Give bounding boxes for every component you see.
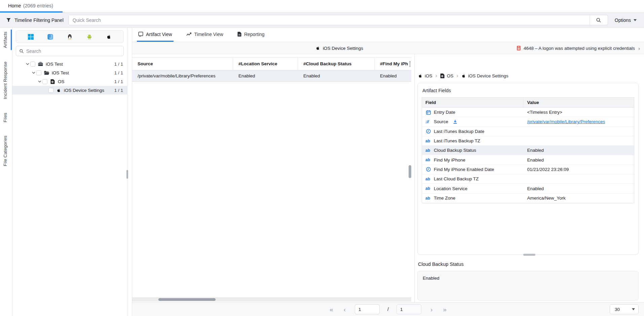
field-row-last-cloud-backup-tz[interactable]: ab Last Cloud Backup TZ (422, 174, 634, 184)
horizontal-scrollbar[interactable] (132, 297, 411, 302)
artifact-view-icon (138, 32, 143, 37)
field-name: Time Zone (434, 196, 455, 201)
column-menu-icon[interactable] (410, 61, 410, 67)
tree-checkbox[interactable] (30, 62, 35, 67)
field-row-entry-date[interactable]: Entry Date <Timeless Entry> (422, 108, 634, 117)
breadcrumb-separator: › (435, 73, 437, 78)
apple-icon (316, 45, 320, 50)
horizontal-scrollbar-thumb[interactable] (158, 298, 216, 301)
tree-row-evidence[interactable]: iOS Test 1 / 1 (12, 68, 127, 77)
page-size-select[interactable]: 30 (610, 304, 639, 314)
tree-item-label: OS (58, 79, 112, 84)
breadcrumb-item-os[interactable]: OS (440, 73, 454, 78)
options-button-label: Options (615, 17, 631, 23)
sidebar-tab-incident-response[interactable]: Incident Response (0, 60, 12, 101)
chevron-down-icon[interactable] (31, 72, 36, 74)
tree-search-input[interactable] (26, 48, 120, 54)
artifact-tree: iOS Test 1 / 1 iOS Test 1 / 1 OS 1 / 1 (12, 60, 127, 95)
sidebar-tab-artifacts[interactable]: Artifacts (0, 30, 12, 50)
column-header-find-my-iphone[interactable]: #Find My iPh (375, 58, 411, 70)
tab-home[interactable]: Home (2069 entries) (0, 0, 63, 12)
column-header-cloud-backup-status[interactable]: #Cloud Backup Status (298, 58, 375, 70)
home-tab-count: (2069 entries) (23, 3, 53, 8)
event-notification[interactable]: 4648 – A logon was attempted using expli… (517, 45, 640, 51)
field-row-source[interactable]: :// Source /private/var/mobile/Library/P… (422, 117, 634, 127)
field-name: Source (434, 119, 448, 124)
case-icon (38, 62, 43, 66)
tab-artifact-view[interactable]: Artifact View (137, 28, 174, 42)
last-page-button[interactable]: » (442, 306, 448, 313)
panel-splitter-handle[interactable] (523, 254, 535, 256)
app-window: Home (2069 entries) Timeline Filtering P… (0, 0, 644, 316)
field-preview-title: Cloud Backup Status (418, 261, 639, 267)
breadcrumb-item-ios[interactable]: iOS (418, 73, 432, 78)
macos-icon[interactable] (44, 34, 56, 40)
cell-location-service: Enabled (233, 70, 298, 81)
android-icon[interactable] (84, 34, 95, 40)
column-header-field[interactable]: Field (422, 98, 524, 107)
pagination-bar: « ‹ / 1 › » 30 (132, 302, 644, 316)
panel-resize-handle[interactable] (126, 170, 128, 179)
tree-row-ios-device-settings[interactable]: iOS Device Settings 1 / 1 (12, 86, 127, 95)
tab-timeline-view[interactable]: Timeline View (185, 28, 225, 42)
top-tab-bar: Home (2069 entries) (0, 0, 644, 13)
text-field-icon: ab (425, 177, 431, 181)
quick-search-input[interactable] (69, 15, 590, 25)
artifact-tree-panel: iOS Test 1 / 1 iOS Test 1 / 1 OS 1 / 1 (12, 28, 127, 316)
tab-reporting[interactable]: Reporting (236, 28, 266, 42)
column-header-value[interactable]: Value (524, 98, 634, 107)
tree-item-label: iOS Test (46, 62, 112, 67)
chevron-down-icon[interactable] (25, 63, 30, 65)
first-page-button[interactable]: « (328, 306, 335, 313)
windows-icon[interactable] (25, 34, 36, 40)
fields-table-header: Field Value (422, 98, 634, 108)
field-row-cloud-backup-status[interactable]: ab Cloud Backup Status Enabled (422, 146, 634, 155)
selected-artifact-title: iOS Device Settings (316, 45, 363, 50)
apple-icon[interactable] (103, 34, 115, 40)
chevron-right-icon: › (638, 45, 640, 51)
tree-row-os[interactable]: OS 1 / 1 (12, 77, 127, 86)
page-separator: / (387, 307, 389, 312)
field-row-find-my-iphone[interactable]: ab Find My iPhone Enabled (422, 155, 634, 165)
view-tab-label: Artifact View (146, 32, 172, 37)
clock-icon (425, 129, 431, 134)
source-path-link[interactable]: /private/var/mobile/Library/Preferences (527, 119, 605, 124)
tree-row-case[interactable]: iOS Test 1 / 1 (12, 60, 127, 68)
field-row-last-itunes-backup-date[interactable]: Last iTunes Backup Date (422, 127, 634, 136)
source-protocol-icon: :// (425, 119, 431, 124)
column-header-location-service[interactable]: #Location Service (233, 58, 298, 70)
tree-checkbox[interactable] (36, 70, 41, 75)
os-file-icon (50, 79, 55, 84)
current-page-input[interactable] (355, 304, 380, 314)
tree-item-label: iOS Device Settings (64, 88, 112, 93)
field-row-find-my-iphone-enabled-date[interactable]: Find My iPhone Enabled Date 01/21/2022 2… (422, 165, 634, 174)
text-field-icon: ab (425, 148, 431, 153)
breadcrumb-item-ios-device-settings[interactable]: iOS Device Settings (461, 73, 508, 78)
pager: « ‹ / 1 › » (328, 304, 448, 314)
timeline-filtering-panel-button[interactable]: Timeline Filtering Panel (6, 17, 64, 23)
tree-checkbox[interactable] (48, 88, 53, 93)
table-row[interactable]: /private/var/mobile/Library/Preferences … (132, 70, 411, 81)
tree-search (16, 46, 124, 56)
next-page-button[interactable]: › (429, 306, 434, 313)
text-field-icon: ab (425, 157, 431, 162)
sidebar-tab-file-categories[interactable]: File Categories (0, 134, 12, 168)
column-header-source[interactable]: Source (132, 58, 233, 70)
field-row-last-itunes-backup-tz[interactable]: ab Last iTunes Backup TZ (422, 136, 634, 146)
tree-checkbox[interactable] (42, 79, 47, 84)
previous-page-button[interactable]: ‹ (342, 306, 347, 313)
tree-item-count: 1 / 1 (114, 70, 123, 75)
vertical-scrollbar-thumb[interactable] (409, 165, 411, 178)
field-value: Enabled (524, 148, 634, 153)
quick-search-button[interactable] (590, 15, 608, 25)
field-row-time-zone[interactable]: ab Time Zone America/New_York (422, 194, 634, 203)
download-icon[interactable] (453, 119, 457, 124)
field-row-location-service[interactable]: ab Location Service Enabled (422, 184, 634, 193)
linux-icon[interactable] (64, 34, 75, 40)
tree-item-label: iOS Test (52, 70, 112, 75)
tree-item-count: 1 / 1 (114, 79, 123, 84)
options-button[interactable]: Options (613, 17, 639, 23)
chevron-down-icon[interactable] (37, 80, 42, 82)
filter-button-label: Timeline Filtering Panel (14, 17, 64, 23)
sidebar-tab-files[interactable]: Files (0, 111, 12, 125)
